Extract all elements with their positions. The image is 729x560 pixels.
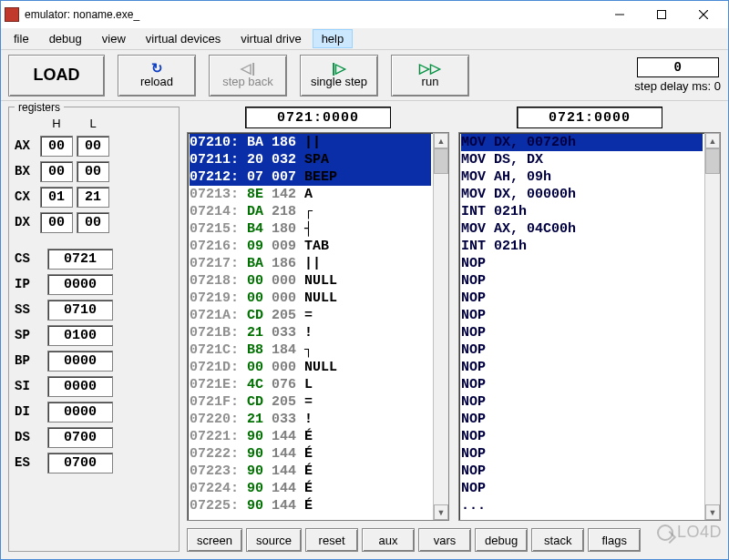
register-bx-h[interactable]: 00	[40, 161, 73, 182]
memory-row[interactable]: 07214: DA 218 ┌	[190, 203, 431, 220]
memory-scrollbar[interactable]: ▲ ▼	[433, 133, 448, 520]
menu-virtual-devices[interactable]: virtual devices	[137, 29, 230, 48]
scroll-down-button[interactable]: ▼	[705, 504, 720, 520]
memory-row[interactable]: 07224: 90 144 É	[190, 480, 431, 497]
register-cx-l[interactable]: 21	[77, 187, 109, 208]
memory-row[interactable]: 0721E: 4C 076 L	[190, 376, 431, 393]
source-button[interactable]: source	[246, 528, 302, 552]
vars-button[interactable]: vars	[418, 528, 471, 552]
register-row-bp: BP0000	[15, 348, 173, 373]
scroll-thumb[interactable]	[434, 148, 448, 174]
disasm-row[interactable]: NOP	[461, 290, 703, 307]
disasm-row[interactable]: NOP	[461, 324, 703, 341]
memory-row[interactable]: 0721F: CD 205 =	[190, 393, 431, 411]
scroll-up-button[interactable]: ▲	[434, 133, 448, 148]
disasm-row[interactable]: NOP	[461, 463, 703, 480]
single-step-button[interactable]: |▷ single step	[300, 55, 378, 97]
register-sp[interactable]: 0100	[47, 325, 113, 346]
scroll-down-button[interactable]: ▼	[434, 504, 448, 520]
menu-help[interactable]: help	[313, 29, 354, 48]
disasm-row[interactable]: NOP	[461, 255, 703, 272]
stack-button[interactable]: stack	[531, 528, 584, 552]
memory-row[interactable]: 07211: 20 032 SPA	[190, 151, 431, 168]
memory-row[interactable]: 07225: 90 144 É	[190, 497, 431, 514]
disasm-row[interactable]: NOP	[461, 445, 703, 463]
close-button[interactable]	[683, 2, 724, 28]
scroll-thumb[interactable]	[705, 148, 720, 174]
maximize-button[interactable]	[641, 2, 683, 28]
register-ip[interactable]: 0000	[47, 274, 113, 295]
memory-listing[interactable]: 07210: BA 186 ||07211: 20 032 SPA07212: …	[188, 133, 433, 520]
memory-row[interactable]: 07220: 21 033 !	[190, 411, 431, 428]
disasm-row[interactable]: NOP	[461, 376, 703, 393]
memory-row[interactable]: 0721B: 21 033 !	[190, 324, 431, 341]
register-ax-h[interactable]: 00	[40, 136, 73, 157]
register-es[interactable]: 0700	[47, 453, 113, 473]
register-cx-h[interactable]: 01	[40, 187, 73, 208]
disasm-address-field[interactable]: 0721:0000	[517, 107, 662, 128]
reload-label: reload	[140, 76, 173, 88]
memory-row[interactable]: 07217: BA 186 ||	[190, 255, 431, 272]
memory-row[interactable]: 07218: 00 000 NULL	[190, 272, 431, 290]
register-row-sp: SP0100	[15, 322, 173, 348]
register-ds[interactable]: 0700	[47, 427, 113, 448]
memory-row[interactable]: 07215: B4 180 ┤	[190, 220, 431, 238]
disasm-row[interactable]: MOV AX, 04C00h	[461, 220, 703, 238]
disasm-row[interactable]: INT 021h	[461, 238, 703, 255]
register-bp[interactable]: 0000	[47, 351, 113, 372]
menu-view[interactable]: view	[93, 29, 135, 48]
run-button[interactable]: ▷▷ run	[391, 55, 469, 97]
disasm-row[interactable]: NOP	[461, 428, 703, 445]
load-button[interactable]: LOAD	[8, 55, 105, 97]
minimize-button[interactable]	[599, 2, 641, 28]
disasm-scrollbar[interactable]: ▲ ▼	[704, 133, 720, 520]
disasm-row[interactable]: NOP	[461, 341, 703, 359]
register-si[interactable]: 0000	[47, 376, 113, 397]
memory-row[interactable]: 07210: BA 186 ||	[190, 134, 431, 151]
registers-legend: registers	[15, 101, 64, 114]
register-bx-l[interactable]: 00	[77, 161, 109, 182]
disasm-row[interactable]: MOV AH, 09h	[461, 168, 703, 186]
memory-row[interactable]: 07219: 00 000 NULL	[190, 290, 431, 307]
scroll-up-button[interactable]: ▲	[705, 133, 720, 148]
memory-row[interactable]: 0721D: 00 000 NULL	[190, 359, 431, 376]
register-ax-l[interactable]: 00	[77, 136, 109, 157]
menu-virtual-drive[interactable]: virtual drive	[231, 29, 310, 48]
memory-row[interactable]: 0721C: B8 184 ┐	[190, 341, 431, 359]
register-dx-h[interactable]: 00	[40, 212, 73, 233]
disasm-row[interactable]: INT 021h	[461, 203, 703, 220]
memory-row[interactable]: 07213: 8E 142 A	[190, 186, 431, 203]
flags-button[interactable]: flags	[588, 528, 641, 552]
reload-button[interactable]: ↻ reload	[118, 55, 196, 97]
disasm-row[interactable]: NOP	[461, 359, 703, 376]
step-delay-value[interactable]: 0	[637, 57, 719, 77]
memory-address-field[interactable]: 0721:0000	[245, 107, 391, 128]
disasm-row[interactable]: NOP	[461, 480, 703, 497]
memory-row[interactable]: 07222: 90 144 É	[190, 445, 431, 463]
menu-file[interactable]: file	[5, 29, 38, 48]
register-ss[interactable]: 0710	[47, 300, 113, 321]
step-back-button[interactable]: ◁| step back	[209, 55, 287, 97]
register-cs[interactable]: 0721	[47, 249, 113, 270]
memory-row[interactable]: 0721A: CD 205 =	[190, 307, 431, 324]
memory-row[interactable]: 07221: 90 144 É	[190, 428, 431, 445]
disasm-row[interactable]: NOP	[461, 307, 703, 324]
register-di[interactable]: 0000	[47, 402, 113, 423]
aux-button[interactable]: aux	[362, 528, 415, 552]
memory-row[interactable]: 07212: 07 007 BEEP	[190, 168, 431, 186]
disasm-row[interactable]: NOP	[461, 393, 703, 411]
screen-button[interactable]: screen	[187, 528, 242, 552]
memory-row[interactable]: 07216: 09 009 TAB	[190, 238, 431, 255]
disasm-row[interactable]: MOV DX, 00000h	[461, 186, 703, 203]
debug-button[interactable]: debug	[475, 528, 528, 552]
disasm-row[interactable]: NOP	[461, 272, 703, 290]
memory-row[interactable]: 07223: 90 144 É	[190, 463, 431, 480]
disasm-row[interactable]: NOP	[461, 411, 703, 428]
disasm-row[interactable]: MOV DS, DX	[461, 151, 703, 168]
register-dx-l[interactable]: 00	[77, 212, 109, 233]
disasm-row[interactable]: ...	[461, 497, 703, 514]
reset-button[interactable]: reset	[305, 528, 358, 552]
menu-debug[interactable]: debug	[40, 29, 91, 48]
disasm-row[interactable]: MOV DX, 00720h	[461, 134, 703, 151]
disasm-listing[interactable]: MOV DX, 00720hMOV DS, DXMOV AH, 09hMOV D…	[459, 133, 704, 520]
